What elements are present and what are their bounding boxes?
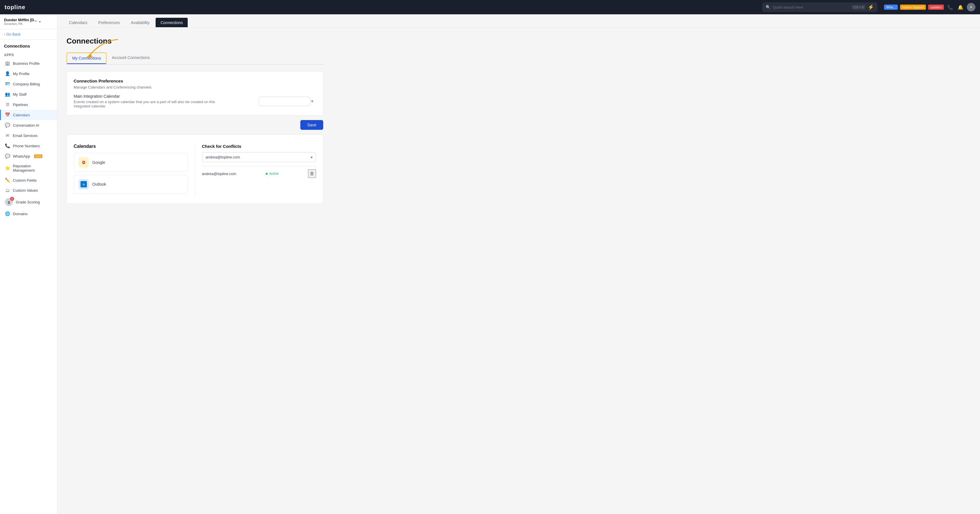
- chevron-down-icon: ▾: [39, 20, 41, 24]
- integration-calendar-select[interactable]: [259, 97, 310, 106]
- sidebar-item-label: Custom Fields: [13, 178, 37, 183]
- status-active: Active: [266, 172, 278, 176]
- staff-icon: 👥: [5, 92, 10, 97]
- connection-preferences-title: Connection Preferences: [74, 78, 316, 83]
- calendar-icon: 📅: [5, 112, 10, 118]
- sidebar: Dunder Mifflin [D... Scranton, PA ▾ ‹ Go…: [0, 14, 57, 514]
- fields-icon: ✏️: [5, 178, 10, 183]
- main-integration-row: Main Integration Calendar Events created…: [74, 94, 316, 108]
- save-row: Save: [67, 120, 323, 130]
- tab-preferences[interactable]: Preferences: [94, 18, 125, 27]
- workspace-location: Scranton, PA: [4, 22, 37, 25]
- my-connections-highlight: My Connections: [67, 53, 107, 64]
- apps-section-title: Apps: [0, 49, 57, 58]
- sidebar-item-label: Grade Scoring: [16, 200, 40, 204]
- phone-icon[interactable]: 📞: [946, 3, 954, 11]
- grade-badge: 3: [10, 197, 14, 201]
- sidebar-item-pipelines[interactable]: ☰ Pipelines: [0, 99, 57, 110]
- connection-preferences-card: Connection Preferences Manage Calendars …: [67, 72, 323, 115]
- svg-text:M: M: [83, 161, 84, 163]
- page-title: Connections: [67, 37, 323, 46]
- conflicts-heading: Check for Conflicts: [202, 144, 317, 149]
- layout: Dunder Mifflin [D... Scranton, PA ▾ ‹ Go…: [0, 14, 980, 514]
- sidebar-item-my-profile[interactable]: 👤 My Profile: [0, 68, 57, 79]
- status-label: Active: [269, 172, 278, 176]
- conflict-row: andrea@topline.com Active 🗑: [202, 166, 317, 181]
- tab-my-connections[interactable]: My Connections: [67, 53, 106, 64]
- bell-icon[interactable]: 🔔: [956, 3, 964, 11]
- whatsapp-icon: 💬: [5, 154, 10, 159]
- go-back-label: ‹ Go Back: [4, 32, 21, 37]
- workspace-name: Dunder Mifflin [D...: [4, 18, 37, 22]
- sidebar-item-email-services[interactable]: ✉ Email Services: [0, 130, 57, 141]
- calendars-left: Calendars M Google: [74, 144, 188, 197]
- sidebar-item-my-staff[interactable]: 👥 My Staff: [0, 89, 57, 99]
- whatsapp-nav-badge[interactable]: Wha...: [884, 5, 898, 10]
- integration-calendar-select-wrapper: [259, 97, 316, 106]
- tab-connections[interactable]: Connections: [156, 18, 188, 27]
- sidebar-item-conversation-ai[interactable]: 💬 Conversation AI: [0, 120, 57, 130]
- sidebar-item-label: Reputation Management: [13, 164, 53, 172]
- conflict-email-label: andrea@topline.com: [202, 172, 236, 176]
- sidebar-item-custom-values[interactable]: 🗂 Custom Values: [0, 185, 57, 196]
- support-nav-badge[interactable]: topline Support: [900, 5, 926, 10]
- vertical-divider: [195, 144, 195, 197]
- star-icon: ⭐: [5, 165, 10, 171]
- sidebar-item-label: Custom Values: [13, 188, 38, 193]
- delete-conflict-button[interactable]: 🗑: [308, 169, 316, 178]
- values-icon: 🗂: [5, 188, 10, 193]
- sidebar-item-phone-numbers[interactable]: 📞 Phone Numbers: [0, 141, 57, 151]
- sidebar-item-reputation[interactable]: ⭐ Reputation Management: [0, 161, 57, 175]
- tab-account-connections[interactable]: Account Connections: [107, 53, 155, 64]
- calendars-heading: Calendars: [74, 144, 188, 149]
- page-content: Connections My Connections Account Conne…: [57, 27, 332, 213]
- email-icon: ✉: [5, 133, 10, 138]
- conflict-email-select[interactable]: andrea@topline.com: [202, 152, 317, 162]
- person-icon: 👤: [5, 71, 10, 76]
- chat-icon: 💬: [5, 123, 10, 128]
- top-nav: topline 🔍 Ctrl + K ⚡ Wha... topline Supp…: [0, 0, 980, 14]
- pipelines-icon: ☰: [5, 102, 10, 107]
- sidebar-item-business-profile[interactable]: 🏢 Business Profile: [0, 58, 57, 68]
- sidebar-item-calendars[interactable]: 📅 Calendars: [0, 110, 57, 120]
- tab-calendars[interactable]: Calendars: [64, 18, 92, 27]
- calendars-section: Calendars M Google: [74, 144, 316, 197]
- beta-badge: beta: [34, 154, 42, 158]
- sidebar-item-label: Business Profile: [13, 61, 40, 65]
- google-calendar-item[interactable]: M Google: [74, 153, 188, 172]
- connection-tabs: My Connections Account Connections: [67, 53, 323, 64]
- google-calendar-icon: M: [78, 157, 89, 168]
- go-back-button[interactable]: ‹ Go Back: [0, 29, 57, 40]
- app-logo: topline: [5, 4, 25, 11]
- sidebar-item-grade-scoring[interactable]: g 3 Grade Scoring: [0, 196, 57, 208]
- integration-label: Main Integration Calendar: [74, 94, 217, 99]
- sidebar-item-company-billing[interactable]: 🪪 Company Billing: [0, 79, 57, 89]
- sub-tabs-bar: Calendars Preferences Availability Conne…: [57, 14, 980, 27]
- calendars-conflicts-container: Calendars M Google: [67, 134, 323, 204]
- tab-availability[interactable]: Availability: [126, 18, 154, 27]
- sidebar-item-domains[interactable]: 🌐 Domains: [0, 208, 57, 219]
- outlook-calendar-item[interactable]: O Outlook: [74, 175, 188, 194]
- sidebar-item-whatsapp[interactable]: 💬 WhatsApp beta: [0, 151, 57, 161]
- outlook-calendar-label: Outlook: [92, 182, 106, 186]
- sidebar-item-label: Calendars: [13, 113, 30, 117]
- google-calendar-label: Google: [92, 160, 105, 165]
- sidebar-item-label: Conversation AI: [13, 123, 39, 127]
- outlook-calendar-icon: O: [78, 179, 89, 189]
- billing-icon: 🪪: [5, 81, 10, 86]
- search-input[interactable]: [773, 5, 850, 10]
- sidebar-item-label: Email Services: [13, 134, 38, 138]
- sidebar-item-label: Company Billing: [13, 82, 40, 86]
- avatar[interactable]: A: [967, 3, 975, 11]
- building-icon: 🏢: [5, 61, 10, 66]
- search-bar[interactable]: 🔍 Ctrl + K ⚡: [762, 3, 877, 12]
- save-button[interactable]: Save: [300, 120, 323, 130]
- updates-nav-badge[interactable]: updates: [928, 5, 944, 10]
- top-nav-right: Wha... topline Support updates 📞 🔔 A: [884, 3, 975, 11]
- workspace-selector[interactable]: Dunder Mifflin [D... Scranton, PA ▾: [0, 14, 57, 29]
- settings-section-title: Connections: [0, 40, 57, 49]
- main-content: Calendars Preferences Availability Conne…: [57, 14, 980, 514]
- status-dot: [266, 173, 268, 175]
- phone-icon: 📞: [5, 143, 10, 148]
- sidebar-item-custom-fields[interactable]: ✏️ Custom Fields: [0, 175, 57, 185]
